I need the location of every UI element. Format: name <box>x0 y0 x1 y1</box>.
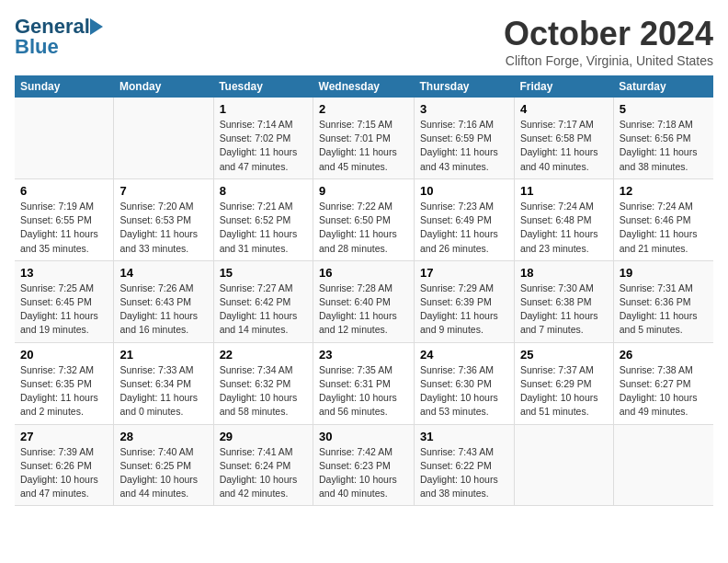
day-info: Sunrise: 7:32 AM Sunset: 6:35 PM Dayligh… <box>20 363 108 419</box>
header-sunday: Sunday <box>15 75 114 98</box>
day-number: 31 <box>420 430 508 443</box>
calendar-cell: 18Sunrise: 7:30 AM Sunset: 6:38 PM Dayli… <box>514 260 613 342</box>
day-number: 9 <box>319 184 408 198</box>
day-number: 25 <box>520 348 608 362</box>
calendar-cell: 30Sunrise: 7:42 AM Sunset: 6:23 PM Dayli… <box>313 424 415 506</box>
day-info: Sunrise: 7:36 AM Sunset: 6:30 PM Dayligh… <box>420 363 508 419</box>
day-info: Sunrise: 7:29 AM Sunset: 6:39 PM Dayligh… <box>420 282 508 338</box>
day-info: Sunrise: 7:24 AM Sunset: 6:48 PM Dayligh… <box>520 200 608 256</box>
calendar-cell: 19Sunrise: 7:31 AM Sunset: 6:36 PM Dayli… <box>613 260 713 342</box>
calendar-cell: 28Sunrise: 7:40 AM Sunset: 6:25 PM Dayli… <box>114 424 213 506</box>
calendar-cell: 23Sunrise: 7:35 AM Sunset: 6:31 PM Dayli… <box>313 342 415 424</box>
week-row-2: 6Sunrise: 7:19 AM Sunset: 6:55 PM Daylig… <box>15 178 713 260</box>
calendar-cell: 16Sunrise: 7:28 AM Sunset: 6:40 PM Dayli… <box>313 260 415 342</box>
calendar-cell: 9Sunrise: 7:22 AM Sunset: 6:50 PM Daylig… <box>313 178 415 260</box>
day-number: 17 <box>420 266 508 280</box>
day-info: Sunrise: 7:34 AM Sunset: 6:32 PM Dayligh… <box>220 363 307 419</box>
day-number: 14 <box>119 266 207 280</box>
day-number: 5 <box>620 102 708 116</box>
calendar-body: 1Sunrise: 7:14 AM Sunset: 7:02 PM Daylig… <box>15 98 713 506</box>
calendar-cell: 27Sunrise: 7:39 AM Sunset: 6:26 PM Dayli… <box>15 424 114 506</box>
calendar-cell <box>15 98 114 178</box>
day-number: 28 <box>119 430 207 443</box>
day-number: 15 <box>220 266 307 280</box>
calendar-cell <box>114 98 213 178</box>
day-number: 18 <box>520 266 608 280</box>
header-monday: Monday <box>114 75 213 98</box>
calendar-cell: 10Sunrise: 7:23 AM Sunset: 6:49 PM Dayli… <box>415 178 515 260</box>
day-info: Sunrise: 7:21 AM Sunset: 6:52 PM Dayligh… <box>220 200 307 256</box>
week-row-4: 20Sunrise: 7:32 AM Sunset: 6:35 PM Dayli… <box>15 342 713 424</box>
day-number: 12 <box>620 184 708 198</box>
day-number: 20 <box>20 348 108 362</box>
day-number: 29 <box>220 430 307 443</box>
header-wednesday: Wednesday <box>313 75 415 98</box>
day-info: Sunrise: 7:16 AM Sunset: 6:59 PM Dayligh… <box>420 118 508 174</box>
calendar-cell: 13Sunrise: 7:25 AM Sunset: 6:45 PM Dayli… <box>15 260 114 342</box>
day-number: 30 <box>319 430 408 443</box>
title-block: October 2024 Clifton Forge, Virginia, Un… <box>504 15 713 68</box>
calendar-cell: 24Sunrise: 7:36 AM Sunset: 6:30 PM Dayli… <box>415 342 515 424</box>
calendar-cell: 17Sunrise: 7:29 AM Sunset: 6:39 PM Dayli… <box>415 260 515 342</box>
day-info: Sunrise: 7:15 AM Sunset: 7:01 PM Dayligh… <box>319 118 408 174</box>
day-number: 4 <box>520 102 608 116</box>
header-tuesday: Tuesday <box>213 75 313 98</box>
header-friday: Friday <box>514 75 613 98</box>
calendar-cell: 3Sunrise: 7:16 AM Sunset: 6:59 PM Daylig… <box>415 98 515 178</box>
day-info: Sunrise: 7:43 AM Sunset: 6:22 PM Dayligh… <box>420 445 508 501</box>
day-info: Sunrise: 7:40 AM Sunset: 6:25 PM Dayligh… <box>119 445 207 501</box>
calendar-cell: 1Sunrise: 7:14 AM Sunset: 7:02 PM Daylig… <box>213 98 313 178</box>
day-number: 1 <box>220 102 307 116</box>
calendar-cell: 26Sunrise: 7:38 AM Sunset: 6:27 PM Dayli… <box>613 342 713 424</box>
day-info: Sunrise: 7:17 AM Sunset: 6:58 PM Dayligh… <box>520 118 608 174</box>
page-header: General Blue October 2024 Clifton Forge,… <box>15 15 713 68</box>
logo-blue: Blue <box>15 35 59 59</box>
day-info: Sunrise: 7:24 AM Sunset: 6:46 PM Dayligh… <box>620 200 708 256</box>
day-info: Sunrise: 7:19 AM Sunset: 6:55 PM Dayligh… <box>20 200 108 256</box>
day-info: Sunrise: 7:35 AM Sunset: 6:31 PM Dayligh… <box>319 363 408 419</box>
day-info: Sunrise: 7:37 AM Sunset: 6:29 PM Dayligh… <box>520 363 608 419</box>
day-info: Sunrise: 7:30 AM Sunset: 6:38 PM Dayligh… <box>520 282 608 338</box>
calendar-cell <box>514 424 613 506</box>
calendar-cell: 14Sunrise: 7:26 AM Sunset: 6:43 PM Dayli… <box>114 260 213 342</box>
day-info: Sunrise: 7:25 AM Sunset: 6:45 PM Dayligh… <box>20 282 108 338</box>
calendar-cell: 22Sunrise: 7:34 AM Sunset: 6:32 PM Dayli… <box>213 342 313 424</box>
day-info: Sunrise: 7:26 AM Sunset: 6:43 PM Dayligh… <box>119 282 207 338</box>
calendar-subtitle: Clifton Forge, Virginia, United States <box>504 53 713 68</box>
calendar-cell: 12Sunrise: 7:24 AM Sunset: 6:46 PM Dayli… <box>613 178 713 260</box>
calendar-cell: 29Sunrise: 7:41 AM Sunset: 6:24 PM Dayli… <box>213 424 313 506</box>
day-info: Sunrise: 7:42 AM Sunset: 6:23 PM Dayligh… <box>319 445 408 501</box>
day-info: Sunrise: 7:28 AM Sunset: 6:40 PM Dayligh… <box>319 282 408 338</box>
calendar-cell: 6Sunrise: 7:19 AM Sunset: 6:55 PM Daylig… <box>15 178 114 260</box>
calendar-cell <box>613 424 713 506</box>
day-number: 13 <box>20 266 108 280</box>
calendar-cell: 20Sunrise: 7:32 AM Sunset: 6:35 PM Dayli… <box>15 342 114 424</box>
logo: General Blue <box>15 15 110 59</box>
logo-arrow-icon <box>90 18 110 35</box>
day-number: 11 <box>520 184 608 198</box>
header-saturday: Saturday <box>613 75 713 98</box>
day-number: 26 <box>620 348 708 362</box>
calendar-cell: 8Sunrise: 7:21 AM Sunset: 6:52 PM Daylig… <box>213 178 313 260</box>
day-info: Sunrise: 7:27 AM Sunset: 6:42 PM Dayligh… <box>220 282 307 338</box>
calendar-cell: 11Sunrise: 7:24 AM Sunset: 6:48 PM Dayli… <box>514 178 613 260</box>
week-row-3: 13Sunrise: 7:25 AM Sunset: 6:45 PM Dayli… <box>15 260 713 342</box>
header-thursday: Thursday <box>415 75 515 98</box>
day-info: Sunrise: 7:20 AM Sunset: 6:53 PM Dayligh… <box>119 200 207 256</box>
day-info: Sunrise: 7:33 AM Sunset: 6:34 PM Dayligh… <box>119 363 207 419</box>
day-number: 27 <box>20 430 108 443</box>
day-info: Sunrise: 7:39 AM Sunset: 6:26 PM Dayligh… <box>20 445 108 501</box>
day-number: 16 <box>319 266 408 280</box>
calendar-cell: 2Sunrise: 7:15 AM Sunset: 7:01 PM Daylig… <box>313 98 415 178</box>
calendar-cell: 7Sunrise: 7:20 AM Sunset: 6:53 PM Daylig… <box>114 178 213 260</box>
calendar-cell: 21Sunrise: 7:33 AM Sunset: 6:34 PM Dayli… <box>114 342 213 424</box>
day-number: 21 <box>119 348 207 362</box>
day-number: 19 <box>620 266 708 280</box>
day-info: Sunrise: 7:41 AM Sunset: 6:24 PM Dayligh… <box>220 445 307 501</box>
day-number: 8 <box>220 184 307 198</box>
week-row-5: 27Sunrise: 7:39 AM Sunset: 6:26 PM Dayli… <box>15 424 713 506</box>
day-number: 7 <box>119 184 207 198</box>
day-number: 10 <box>420 184 508 198</box>
day-info: Sunrise: 7:31 AM Sunset: 6:36 PM Dayligh… <box>620 282 708 338</box>
day-info: Sunrise: 7:23 AM Sunset: 6:49 PM Dayligh… <box>420 200 508 256</box>
